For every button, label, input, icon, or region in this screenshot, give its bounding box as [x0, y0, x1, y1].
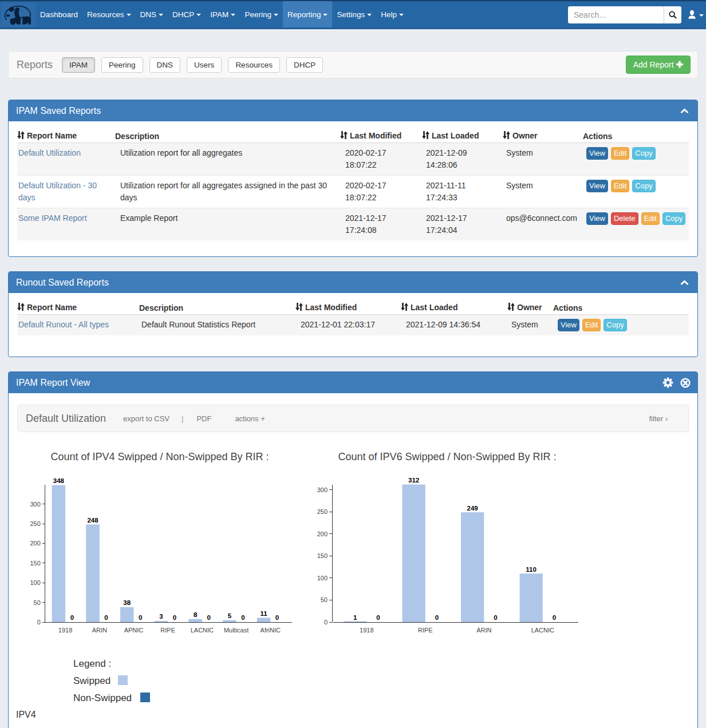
svg-text:250: 250 — [30, 520, 40, 527]
svg-text:312: 312 — [408, 477, 419, 484]
svg-text:250: 250 — [317, 508, 328, 515]
svg-text:0: 0 — [241, 614, 244, 621]
svg-text:150: 150 — [30, 560, 40, 567]
svg-text:AfriNIC: AfriNIC — [261, 627, 281, 634]
svg-text:300: 300 — [30, 501, 40, 508]
svg-text:50: 50 — [321, 596, 328, 603]
svg-text:348: 348 — [53, 477, 65, 484]
svg-text:0: 0 — [207, 614, 210, 621]
svg-text:0: 0 — [376, 614, 380, 621]
svg-text:8: 8 — [194, 611, 198, 618]
svg-text:ARIN: ARIN — [92, 627, 107, 634]
svg-text:0: 0 — [139, 614, 142, 621]
svg-text:0: 0 — [70, 614, 74, 621]
svg-text:LACNIC: LACNIC — [191, 627, 214, 634]
svg-text:300: 300 — [317, 486, 328, 493]
svg-text:1: 1 — [353, 614, 357, 621]
svg-text:50: 50 — [34, 599, 41, 606]
svg-text:RIPE: RIPE — [160, 627, 175, 634]
svg-text:100: 100 — [30, 579, 40, 586]
svg-text:248: 248 — [87, 517, 98, 524]
svg-text:38: 38 — [123, 599, 131, 606]
svg-text:249: 249 — [467, 505, 478, 512]
svg-text:0: 0 — [104, 614, 108, 621]
svg-text:200: 200 — [317, 531, 328, 537]
svg-text:1918: 1918 — [58, 627, 72, 634]
svg-text:200: 200 — [30, 540, 40, 547]
svg-text:0: 0 — [37, 619, 41, 626]
svg-text:Count of IPV6 Swipped / Non-Sw: Count of IPV6 Swipped / Non-Swipped By R… — [338, 451, 556, 462]
svg-text:0: 0 — [494, 614, 497, 621]
svg-text:Multicast: Multicast — [224, 627, 249, 634]
svg-text:0: 0 — [553, 614, 556, 621]
svg-text:0: 0 — [324, 619, 328, 626]
svg-text:LACNIC: LACNIC — [531, 627, 554, 634]
svg-text:APNIC: APNIC — [124, 627, 144, 634]
svg-text:0: 0 — [173, 614, 176, 621]
svg-text:RIPE: RIPE — [418, 627, 433, 634]
svg-text:ARIN: ARIN — [476, 627, 491, 634]
svg-text:110: 110 — [526, 566, 537, 573]
svg-text:0: 0 — [435, 614, 439, 621]
svg-text:100: 100 — [317, 575, 328, 581]
svg-text:5: 5 — [228, 612, 232, 619]
svg-text:11: 11 — [260, 610, 267, 617]
svg-text:150: 150 — [317, 552, 328, 559]
svg-text:1918: 1918 — [360, 627, 373, 634]
svg-text:Count of IPV4 Swipped / Non-Sw: Count of IPV4 Swipped / Non-Swipped By R… — [50, 451, 269, 462]
svg-text:3: 3 — [159, 613, 163, 620]
svg-text:0: 0 — [275, 614, 279, 621]
